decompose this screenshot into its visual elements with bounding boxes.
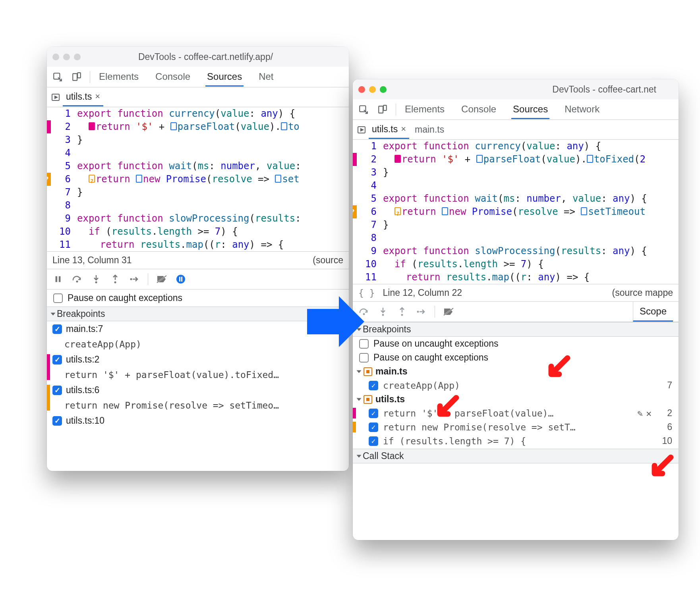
breakpoint-entry[interactable]: createApp(App)7: [353, 378, 679, 392]
navigator-toggle-icon[interactable]: [51, 93, 60, 102]
panel-tab-net[interactable]: Net: [257, 67, 275, 87]
gutter-line[interactable]: 8: [353, 231, 381, 245]
gutter-line[interactable]: 2: [47, 120, 75, 133]
gutter-line[interactable]: 10: [47, 225, 75, 238]
gutter-line[interactable]: 4: [47, 147, 75, 160]
code-editor[interactable]: 1234567891011 export function currency(v…: [353, 140, 679, 284]
gutter-line[interactable]: 10: [353, 258, 381, 271]
checkbox-icon[interactable]: [52, 416, 62, 426]
code-line[interactable]: [383, 231, 679, 245]
step-icon[interactable]: [129, 274, 140, 285]
breakpoints-header[interactable]: Breakpoints: [47, 307, 349, 321]
code-line[interactable]: return results.map((r: any) => {: [383, 271, 679, 284]
breakpoint-row[interactable]: utils.ts:6return new Promise(resolve => …: [47, 382, 349, 413]
pause-exceptions-icon[interactable]: [175, 274, 186, 285]
code-line[interactable]: return new Promise(resolve => setTimeout: [383, 205, 679, 218]
device-toggle-icon[interactable]: [377, 104, 389, 115]
panel-tab-sources[interactable]: Sources: [511, 100, 549, 119]
gutter-line[interactable]: 5: [47, 160, 75, 173]
checkbox-icon[interactable]: [53, 293, 63, 303]
inspect-icon[interactable]: [358, 104, 369, 115]
checkbox-icon[interactable]: [52, 355, 62, 365]
breakpoint-entry[interactable]: return '$' + parseFloat(value)…✎✕2: [353, 406, 679, 420]
gutter-line[interactable]: 6: [47, 173, 75, 186]
code-line[interactable]: [77, 199, 349, 212]
code-line[interactable]: export function currency(value: any) {: [77, 107, 349, 120]
code-line[interactable]: return new Promise(resolve => set: [77, 173, 349, 186]
window-controls[interactable]: [358, 86, 387, 93]
file-tab[interactable]: main.ts: [412, 121, 447, 139]
close-icon[interactable]: ×: [401, 124, 406, 134]
panel-tab-elements[interactable]: Elements: [97, 67, 140, 87]
checkbox-icon[interactable]: [52, 324, 62, 334]
code-line[interactable]: }: [383, 218, 679, 231]
navigator-toggle-icon[interactable]: [357, 125, 366, 135]
window-controls[interactable]: [52, 54, 81, 60]
deactivate-breakpoints-icon[interactable]: [443, 306, 454, 317]
breakpoint-entry[interactable]: return new Promise(resolve => setT…6: [353, 420, 679, 434]
gutter-line[interactable]: 7: [353, 218, 381, 231]
gutter-line[interactable]: 11: [47, 238, 75, 251]
gutter-line[interactable]: 6: [353, 205, 381, 218]
checkbox-icon[interactable]: [369, 381, 378, 390]
code-line[interactable]: return results.map((r: any) => {: [77, 238, 349, 251]
breakpoint-group-header[interactable]: utils.ts: [353, 392, 679, 406]
step-out-icon[interactable]: [396, 306, 408, 317]
code-line[interactable]: }: [77, 186, 349, 199]
gutter-line[interactable]: 11: [353, 271, 381, 284]
callstack-header[interactable]: Call Stack: [353, 449, 679, 463]
inspect-icon[interactable]: [52, 72, 64, 82]
gutter-line[interactable]: 8: [47, 199, 75, 212]
step-over-icon[interactable]: [72, 274, 83, 285]
code-editor[interactable]: 1234567891011 export function currency(v…: [47, 107, 349, 251]
code-line[interactable]: export function slowProcessing(results:: [77, 212, 349, 225]
breakpoint-row[interactable]: main.ts:7createApp(App): [47, 321, 349, 352]
checkbox-icon[interactable]: [369, 422, 378, 432]
pause-caught-row[interactable]: Pause on caught exceptions: [47, 289, 349, 307]
breakpoint-group-header[interactable]: main.ts: [353, 365, 679, 378]
gutter-line[interactable]: 2: [353, 153, 381, 166]
code-line[interactable]: return '$' + parseFloat(value).to: [77, 120, 349, 133]
code-line[interactable]: export function currency(value: any) {: [383, 140, 679, 153]
close-icon[interactable]: ×: [95, 91, 100, 102]
gutter-line[interactable]: 3: [353, 166, 381, 179]
panel-tab-console[interactable]: Console: [154, 67, 192, 87]
panel-tab-network[interactable]: Network: [563, 100, 601, 119]
pause-caught-row[interactable]: Pause on caught exceptions: [353, 351, 679, 365]
breakpoint-row[interactable]: utils.ts:2return '$' + parseFloat(value)…: [47, 352, 349, 382]
step-into-icon[interactable]: [91, 274, 102, 285]
panel-tab-console[interactable]: Console: [460, 100, 498, 119]
code-line[interactable]: export function wait(ms: number, value: …: [383, 192, 679, 205]
code-line[interactable]: }: [383, 166, 679, 179]
pretty-print-icon[interactable]: { }: [358, 288, 375, 298]
panel-tab-sources[interactable]: Sources: [205, 67, 244, 87]
breakpoints-header[interactable]: Breakpoints: [353, 322, 679, 337]
gutter-line[interactable]: 4: [353, 179, 381, 192]
pause-uncaught-row[interactable]: Pause on uncaught exceptions: [353, 337, 679, 351]
code-line[interactable]: }: [77, 133, 349, 147]
checkbox-icon[interactable]: [369, 409, 378, 418]
gutter-line[interactable]: 3: [47, 133, 75, 147]
gutter-line[interactable]: 1: [47, 107, 75, 120]
checkbox-icon[interactable]: [359, 353, 369, 363]
checkbox-icon[interactable]: [359, 339, 369, 349]
device-toggle-icon[interactable]: [71, 72, 83, 82]
code-line[interactable]: export function wait(ms: number, value:: [77, 160, 349, 173]
step-icon[interactable]: [416, 306, 427, 317]
step-into-icon[interactable]: [377, 306, 389, 317]
checkbox-icon[interactable]: [52, 386, 62, 395]
gutter-line[interactable]: 9: [353, 245, 381, 258]
scope-tab[interactable]: Scope: [633, 302, 673, 322]
deactivate-breakpoints-icon[interactable]: [156, 274, 167, 285]
file-tab[interactable]: utils.ts ×: [63, 88, 103, 106]
step-over-icon[interactable]: [358, 306, 369, 317]
pause-icon[interactable]: [52, 274, 64, 285]
gutter-line[interactable]: 1: [353, 140, 381, 153]
breakpoint-entry[interactable]: if (results.length >= 7) {10: [353, 434, 679, 448]
file-tab[interactable]: utils.ts ×: [369, 121, 409, 139]
panel-tab-elements[interactable]: Elements: [403, 100, 446, 119]
code-line[interactable]: if (results.length >= 7) {: [77, 225, 349, 238]
step-out-icon[interactable]: [110, 274, 121, 285]
code-line[interactable]: [77, 147, 349, 160]
code-line[interactable]: export function slowProcessing(results: …: [383, 245, 679, 258]
